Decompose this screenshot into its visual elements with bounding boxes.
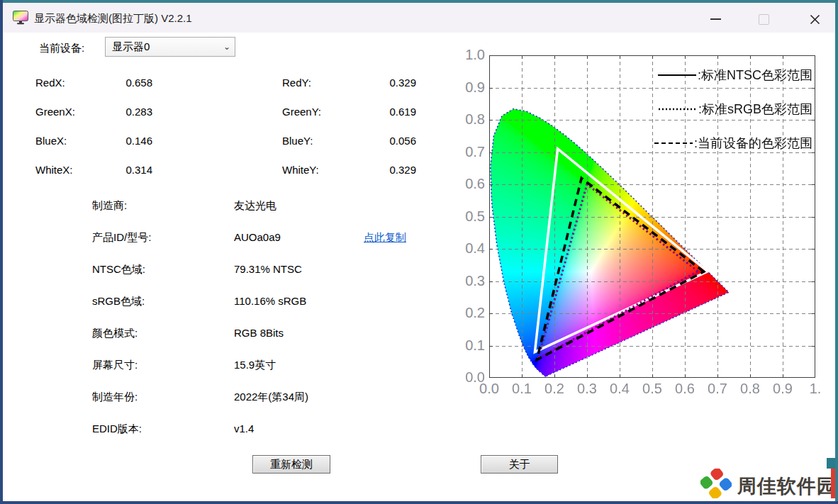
y-tick-label: 0.0 <box>454 369 485 386</box>
color-mode-value: RGB 8Bits <box>234 327 284 339</box>
legend-label: :标准sRGB色彩范围 <box>698 101 812 118</box>
x-tick-label: 0.1 <box>508 381 536 397</box>
y-tick-label: 0.6 <box>454 176 485 192</box>
bluey-label: BlueY: <box>282 135 313 147</box>
y-tick-label: 0.9 <box>454 79 485 96</box>
window-border-top <box>0 0 838 3</box>
legend-label: :标准NTSC色彩范围 <box>698 67 812 84</box>
manufacture-year-value: 2022年(第34周) <box>234 391 308 404</box>
y-tick-label: 0.3 <box>454 273 485 289</box>
x-tick-label: 1. <box>801 381 829 397</box>
product-id-value: AUOa0a9 <box>234 231 281 243</box>
maximize-icon <box>759 14 769 25</box>
x-tick-label: 0.6 <box>671 381 699 397</box>
close-button[interactable] <box>798 6 831 33</box>
y-tick-label: 1.0 <box>454 47 485 63</box>
legend-entry-srgb: :标准sRGB色彩范围 <box>657 101 812 117</box>
minimize-icon <box>710 18 721 20</box>
edid-version-value: v1.4 <box>234 422 254 435</box>
bluex-value: 0.146 <box>99 135 152 147</box>
edid-version-label: EDID版本: <box>92 422 142 436</box>
copy-link[interactable]: 点此复制 <box>364 231 406 245</box>
x-tick-label: 0.5 <box>638 381 666 397</box>
whitey-label: WhiteY: <box>282 164 319 176</box>
maximize-button[interactable] <box>747 6 780 33</box>
ntsc-gamut-label: NTSC色域: <box>92 263 145 276</box>
whitex-label: WhiteX: <box>35 164 73 176</box>
titlebar: 显示器色域检测(图拉丁版) V2.2.1 <box>3 3 835 33</box>
redy-label: RedY: <box>282 77 311 89</box>
legend-solid-line-icon <box>657 68 698 82</box>
window-border-right <box>835 0 838 504</box>
device-select-label: 当前设备: <box>39 42 84 55</box>
greeny-value: 0.619 <box>363 106 416 118</box>
close-icon <box>810 14 820 25</box>
color-monitor-icon <box>13 11 28 25</box>
greenx-value: 0.283 <box>99 106 152 118</box>
manufacture-year-label: 制造年份: <box>92 391 138 404</box>
y-tick-label: 0.1 <box>454 337 485 354</box>
x-tick-label: 0.3 <box>573 381 601 397</box>
y-tick-label: 0.8 <box>454 111 485 128</box>
greenx-label: GreenX: <box>35 106 75 118</box>
bluex-label: BlueX: <box>35 135 67 147</box>
redx-label: RedX: <box>35 77 65 89</box>
x-tick-label: 0.9 <box>769 381 797 397</box>
y-tick-label: 0.4 <box>454 240 485 257</box>
manufacturer-value: 友达光电 <box>234 199 276 213</box>
about-button[interactable]: 关于 <box>481 455 558 474</box>
window-title: 显示器色域检测(图拉丁版) V2.2.1 <box>34 12 192 26</box>
legend-dashed-line-icon <box>653 136 694 150</box>
y-tick-label: 0.5 <box>454 208 485 225</box>
color-mode-label: 颜色模式: <box>92 327 138 340</box>
manufacturer-label: 制造商: <box>92 199 127 213</box>
x-tick-label: 0.4 <box>605 381 634 397</box>
minimize-button[interactable] <box>699 6 732 33</box>
legend-dotted-line-icon <box>657 102 698 116</box>
pinwheel-logo-icon <box>700 469 732 498</box>
y-tick-label: 0.2 <box>454 305 485 321</box>
srgb-gamut-label: sRGB色域: <box>92 295 145 308</box>
bluey-value: 0.056 <box>363 135 416 147</box>
product-id-label: 产品ID/型号: <box>92 231 151 245</box>
whitex-value: 0.314 <box>99 164 152 176</box>
legend-label: :当前设备的色彩范围 <box>694 135 812 152</box>
x-tick-label: 0.7 <box>703 381 732 397</box>
greeny-label: GreenY: <box>282 106 321 118</box>
redetect-button[interactable]: 重新检测 <box>252 455 330 474</box>
watermark-text: 周佳软件园 <box>737 474 837 499</box>
window-border-left <box>0 0 3 504</box>
legend-entry-device: :当前设备的色彩范围 <box>653 135 812 151</box>
chevron-down-icon: ⌄ <box>219 42 235 52</box>
device-select-value: 显示器0 <box>106 40 219 54</box>
redx-value: 0.658 <box>99 77 152 89</box>
x-tick-label: 0.2 <box>540 381 569 397</box>
x-tick-label: 0.8 <box>736 381 764 397</box>
legend-entry-ntsc: :标准NTSC色彩范围 <box>657 67 812 83</box>
device-select[interactable]: 显示器0 ⌄ <box>105 37 235 57</box>
ntsc-gamut-value: 79.31% NTSC <box>234 263 302 275</box>
srgb-gamut-value: 110.16% sRGB <box>234 295 306 307</box>
y-tick-label: 0.7 <box>454 144 485 160</box>
screen-size-value: 15.9英寸 <box>234 359 276 372</box>
screen-size-label: 屏幕尺寸: <box>92 359 138 372</box>
window-border-bottom <box>0 501 838 504</box>
whitey-value: 0.329 <box>363 164 416 176</box>
redy-value: 0.329 <box>363 77 416 89</box>
